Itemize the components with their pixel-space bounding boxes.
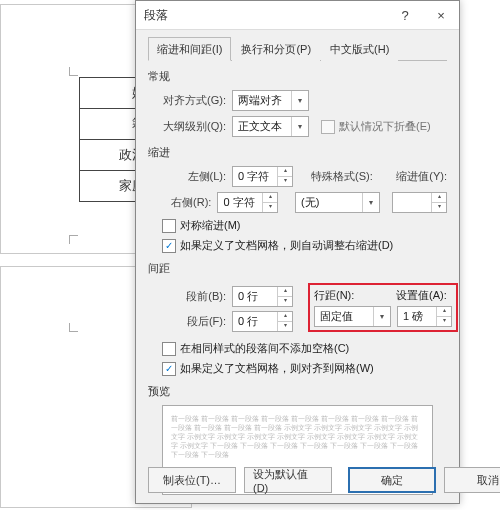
line-spacing-value: 固定值 xyxy=(315,309,373,324)
before-spacing-spinner[interactable]: 0 行 ▴▾ xyxy=(232,286,293,307)
spin-down-icon[interactable]: ▾ xyxy=(278,322,292,331)
spin-up-icon[interactable]: ▴ xyxy=(432,193,446,203)
collapse-checkbox: 默认情况下折叠(E) xyxy=(321,119,431,134)
group-indent: 缩进 xyxy=(148,145,447,160)
at-spacing-spinner[interactable]: 1 磅 ▴▾ xyxy=(397,306,452,327)
mirror-indent-label: 对称缩进(M) xyxy=(180,218,241,233)
margin-marker xyxy=(69,67,78,76)
mirror-indent-checkbox[interactable]: 对称缩进(M) xyxy=(162,218,241,233)
alignment-label: 对齐方式(G): xyxy=(162,93,226,108)
chevron-down-icon: ▾ xyxy=(362,193,379,212)
left-indent-label: 左侧(L): xyxy=(162,169,226,184)
tabs-button[interactable]: 制表位(T)… xyxy=(148,467,236,493)
margin-marker xyxy=(69,235,78,244)
spin-up-icon[interactable]: ▴ xyxy=(437,307,451,317)
snap-to-grid-checkbox[interactable]: ✓ 如果定义了文档网格，则对齐到网格(W) xyxy=(162,361,374,376)
after-spacing-spinner[interactable]: 0 行 ▴▾ xyxy=(232,311,293,332)
cancel-button[interactable]: 取消 xyxy=(444,467,500,493)
after-spacing-label: 段后(F): xyxy=(162,314,226,329)
no-space-same-style-checkbox[interactable]: 在相同样式的段落间不添加空格(C) xyxy=(162,341,349,356)
group-preview: 预览 xyxy=(148,384,447,399)
right-indent-value: 0 字符 xyxy=(218,195,262,210)
close-button[interactable]: × xyxy=(423,1,459,29)
workspace: 姓名↩ 籍贯↩ 政治面貌↩ 家庭住址↩ u 育 段落 ? × 缩进和间距(I) … xyxy=(0,0,500,510)
right-indent-spinner[interactable]: 0 字符 ▴▾ xyxy=(217,192,278,213)
dialog-titlebar[interactable]: 段落 ? × xyxy=(136,1,459,30)
paragraph-dialog: 段落 ? × 缩进和间距(I) 换行和分页(P) 中文版式(H) 常规 对齐方式… xyxy=(135,0,460,504)
snap-to-grid-label: 如果定义了文档网格，则对齐到网格(W) xyxy=(180,361,374,376)
group-general: 常规 xyxy=(148,69,447,84)
spin-down-icon[interactable]: ▾ xyxy=(437,317,451,326)
outline-value: 正文文本 xyxy=(233,119,291,134)
no-space-same-style-label: 在相同样式的段落间不添加空格(C) xyxy=(180,341,349,356)
spin-up-icon[interactable]: ▴ xyxy=(278,287,292,297)
outline-label: 大纲级别(Q): xyxy=(162,119,226,134)
before-spacing-label: 段前(B): xyxy=(162,289,226,304)
ok-button[interactable]: 确定 xyxy=(348,467,436,493)
by-indent-label: 缩进值(Y): xyxy=(396,169,447,184)
spin-down-icon[interactable]: ▾ xyxy=(263,203,277,212)
chevron-down-icon: ▾ xyxy=(291,91,308,110)
spin-down-icon[interactable]: ▾ xyxy=(278,177,292,186)
line-spacing-highlight: 行距(N): 设置值(A): 固定值 ▾ 1 磅 ▴▾ xyxy=(308,283,458,332)
alignment-value: 两端对齐 xyxy=(233,93,291,108)
tab-indent-spacing[interactable]: 缩进和间距(I) xyxy=(148,37,231,61)
auto-adjust-indent-checkbox[interactable]: ✓ 如果定义了文档网格，则自动调整右缩进(D) xyxy=(162,238,393,253)
checkbox-icon xyxy=(321,120,335,134)
left-indent-value: 0 字符 xyxy=(233,169,277,184)
group-spacing: 间距 xyxy=(148,261,447,276)
tab-asian-typography[interactable]: 中文版式(H) xyxy=(321,37,398,61)
checkbox-icon xyxy=(162,219,176,233)
special-indent-value: (无) xyxy=(296,195,362,210)
spin-down-icon[interactable]: ▾ xyxy=(432,203,446,212)
special-indent-label: 特殊格式(S): xyxy=(311,169,373,184)
auto-adjust-indent-label: 如果定义了文档网格，则自动调整右缩进(D) xyxy=(180,238,393,253)
chevron-down-icon: ▾ xyxy=(291,117,308,136)
checkbox-icon: ✓ xyxy=(162,239,176,253)
checkbox-icon xyxy=(162,342,176,356)
checkbox-icon: ✓ xyxy=(162,362,176,376)
dialog-title: 段落 xyxy=(136,7,387,24)
before-spacing-value: 0 行 xyxy=(233,289,277,304)
spin-up-icon[interactable]: ▴ xyxy=(263,193,277,203)
tab-line-page-breaks[interactable]: 换行和分页(P) xyxy=(232,37,320,61)
left-indent-spinner[interactable]: 0 字符 ▴▾ xyxy=(232,166,293,187)
set-default-button[interactable]: 设为默认值(D) xyxy=(244,467,332,493)
help-button[interactable]: ? xyxy=(387,1,423,29)
right-indent-label: 右侧(R): xyxy=(162,195,211,210)
spin-down-icon[interactable]: ▾ xyxy=(278,297,292,306)
at-spacing-label: 设置值(A): xyxy=(396,288,452,303)
chevron-down-icon: ▾ xyxy=(373,307,390,326)
by-indent-spinner[interactable]: ▴▾ xyxy=(392,192,447,213)
dialog-tabs: 缩进和间距(I) 换行和分页(P) 中文版式(H) xyxy=(148,36,447,61)
collapse-label: 默认情况下折叠(E) xyxy=(339,119,431,134)
alignment-select[interactable]: 两端对齐 ▾ xyxy=(232,90,309,111)
at-spacing-value: 1 磅 xyxy=(398,309,436,324)
outline-select[interactable]: 正文文本 ▾ xyxy=(232,116,309,137)
line-spacing-select[interactable]: 固定值 ▾ xyxy=(314,306,391,327)
margin-marker xyxy=(69,323,78,332)
spin-up-icon[interactable]: ▴ xyxy=(278,312,292,322)
line-spacing-label: 行距(N): xyxy=(314,288,390,303)
spin-up-icon[interactable]: ▴ xyxy=(278,167,292,177)
after-spacing-value: 0 行 xyxy=(233,314,277,329)
special-indent-select[interactable]: (无) ▾ xyxy=(295,192,380,213)
